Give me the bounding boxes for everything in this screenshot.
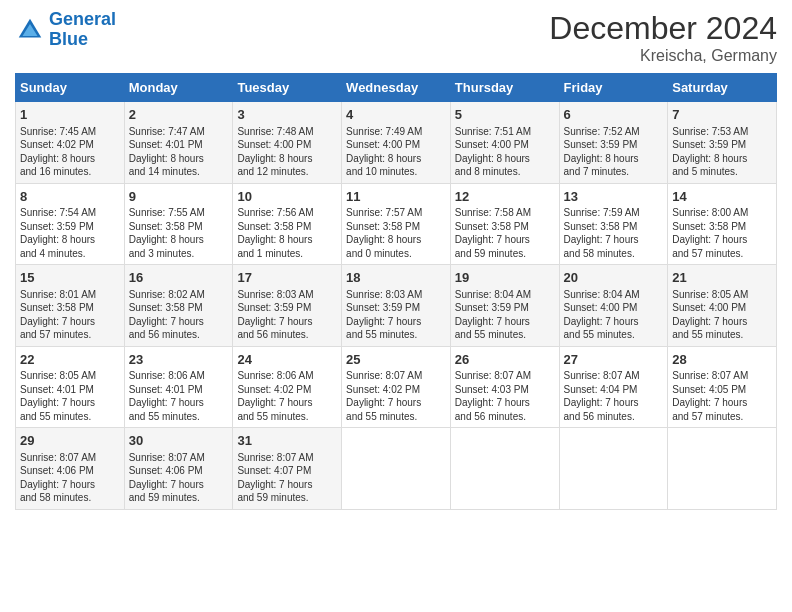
logo-line2: Blue: [49, 29, 88, 49]
day-cell: 1 Sunrise: 7:45 AM Sunset: 4:02 PM Dayli…: [16, 102, 125, 184]
calendar-week: 29 Sunrise: 8:07 AM Sunset: 4:06 PM Dayl…: [16, 428, 777, 510]
day-cell: 19 Sunrise: 8:04 AM Sunset: 3:59 PM Dayl…: [450, 265, 559, 347]
day-cell: 31 Sunrise: 8:07 AM Sunset: 4:07 PM Dayl…: [233, 428, 342, 510]
day-cell: 3 Sunrise: 7:48 AM Sunset: 4:00 PM Dayli…: [233, 102, 342, 184]
col-wednesday: Wednesday: [342, 74, 451, 102]
empty-cell: [342, 428, 451, 510]
empty-cell: [668, 428, 777, 510]
day-cell: 27 Sunrise: 8:07 AM Sunset: 4:04 PM Dayl…: [559, 346, 668, 428]
header-row: Sunday Monday Tuesday Wednesday Thursday…: [16, 74, 777, 102]
calendar-subtitle: Kreischa, Germany: [549, 47, 777, 65]
day-cell: 30 Sunrise: 8:07 AM Sunset: 4:06 PM Dayl…: [124, 428, 233, 510]
empty-cell: [559, 428, 668, 510]
calendar-week: 8 Sunrise: 7:54 AM Sunset: 3:59 PM Dayli…: [16, 183, 777, 265]
day-cell: 12 Sunrise: 7:58 AM Sunset: 3:58 PM Dayl…: [450, 183, 559, 265]
day-cell: 23 Sunrise: 8:06 AM Sunset: 4:01 PM Dayl…: [124, 346, 233, 428]
col-tuesday: Tuesday: [233, 74, 342, 102]
day-cell: 20 Sunrise: 8:04 AM Sunset: 4:00 PM Dayl…: [559, 265, 668, 347]
calendar-week: 22 Sunrise: 8:05 AM Sunset: 4:01 PM Dayl…: [16, 346, 777, 428]
col-sunday: Sunday: [16, 74, 125, 102]
day-cell: 17 Sunrise: 8:03 AM Sunset: 3:59 PM Dayl…: [233, 265, 342, 347]
header: General Blue December 2024 Kreischa, Ger…: [15, 10, 777, 65]
day-cell: 7 Sunrise: 7:53 AM Sunset: 3:59 PM Dayli…: [668, 102, 777, 184]
calendar-week: 1 Sunrise: 7:45 AM Sunset: 4:02 PM Dayli…: [16, 102, 777, 184]
day-cell: 11 Sunrise: 7:57 AM Sunset: 3:58 PM Dayl…: [342, 183, 451, 265]
day-cell: 5 Sunrise: 7:51 AM Sunset: 4:00 PM Dayli…: [450, 102, 559, 184]
logo-line1: General: [49, 9, 116, 29]
day-cell: 9 Sunrise: 7:55 AM Sunset: 3:58 PM Dayli…: [124, 183, 233, 265]
logo-text: General Blue: [49, 10, 116, 50]
col-monday: Monday: [124, 74, 233, 102]
main-container: General Blue December 2024 Kreischa, Ger…: [0, 0, 792, 520]
day-cell: 24 Sunrise: 8:06 AM Sunset: 4:02 PM Dayl…: [233, 346, 342, 428]
col-saturday: Saturday: [668, 74, 777, 102]
col-friday: Friday: [559, 74, 668, 102]
day-cell: 25 Sunrise: 8:07 AM Sunset: 4:02 PM Dayl…: [342, 346, 451, 428]
day-cell: 8 Sunrise: 7:54 AM Sunset: 3:59 PM Dayli…: [16, 183, 125, 265]
day-cell: 4 Sunrise: 7:49 AM Sunset: 4:00 PM Dayli…: [342, 102, 451, 184]
day-cell: 16 Sunrise: 8:02 AM Sunset: 3:58 PM Dayl…: [124, 265, 233, 347]
day-cell: 10 Sunrise: 7:56 AM Sunset: 3:58 PM Dayl…: [233, 183, 342, 265]
logo-icon: [15, 15, 45, 45]
day-cell: 21 Sunrise: 8:05 AM Sunset: 4:00 PM Dayl…: [668, 265, 777, 347]
logo: General Blue: [15, 10, 116, 50]
day-cell: 2 Sunrise: 7:47 AM Sunset: 4:01 PM Dayli…: [124, 102, 233, 184]
calendar-table: Sunday Monday Tuesday Wednesday Thursday…: [15, 73, 777, 510]
day-cell: 6 Sunrise: 7:52 AM Sunset: 3:59 PM Dayli…: [559, 102, 668, 184]
day-cell: 28 Sunrise: 8:07 AM Sunset: 4:05 PM Dayl…: [668, 346, 777, 428]
empty-cell: [450, 428, 559, 510]
day-cell: 14 Sunrise: 8:00 AM Sunset: 3:58 PM Dayl…: [668, 183, 777, 265]
day-cell: 26 Sunrise: 8:07 AM Sunset: 4:03 PM Dayl…: [450, 346, 559, 428]
day-cell: 22 Sunrise: 8:05 AM Sunset: 4:01 PM Dayl…: [16, 346, 125, 428]
calendar-title: December 2024: [549, 10, 777, 47]
calendar-week: 15 Sunrise: 8:01 AM Sunset: 3:58 PM Dayl…: [16, 265, 777, 347]
day-cell: 13 Sunrise: 7:59 AM Sunset: 3:58 PM Dayl…: [559, 183, 668, 265]
title-block: December 2024 Kreischa, Germany: [549, 10, 777, 65]
day-cell: 29 Sunrise: 8:07 AM Sunset: 4:06 PM Dayl…: [16, 428, 125, 510]
col-thursday: Thursday: [450, 74, 559, 102]
day-cell: 15 Sunrise: 8:01 AM Sunset: 3:58 PM Dayl…: [16, 265, 125, 347]
day-cell: 18 Sunrise: 8:03 AM Sunset: 3:59 PM Dayl…: [342, 265, 451, 347]
